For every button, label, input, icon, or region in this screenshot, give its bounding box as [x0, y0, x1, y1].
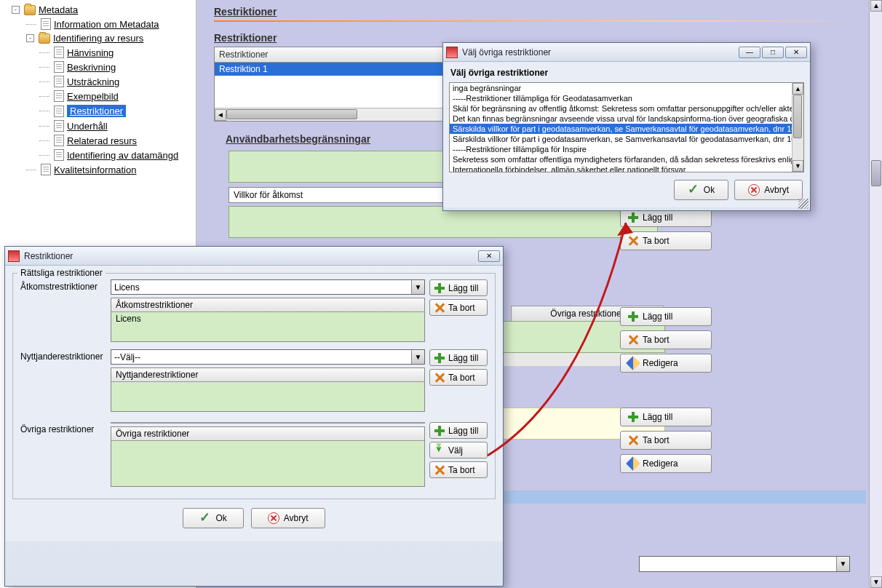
other-restrictions-textarea[interactable]	[111, 422, 425, 424]
tree-node-label: Restriktioner	[67, 105, 126, 117]
tree-info-label: Information om Metadata	[54, 19, 159, 30]
listbox-vscroll[interactable]: ▲ ▼	[792, 83, 803, 172]
list-item[interactable]: Det kan finnas begränsningar avseende vi…	[450, 114, 803, 124]
folder-icon	[24, 5, 36, 15]
section-title-1: Restriktioner	[214, 6, 882, 17]
dialog-title: Välj övriga restriktioner	[462, 47, 551, 57]
combo-input[interactable]	[111, 350, 411, 364]
dialog-titlebar[interactable]: Välj övriga restriktioner — □ ✕	[443, 43, 810, 62]
tree-node-label: Exempelbild	[67, 91, 119, 102]
add-button[interactable]: Lägg till	[620, 307, 712, 326]
ok-button[interactable]: ✓Ok	[183, 508, 243, 528]
list-item[interactable]: -----Restriktioner tillämpliga för Geoda…	[450, 93, 803, 103]
tree-kvalitet[interactable]: Kvalitetsinformation	[1, 162, 194, 177]
tree-node-beskrivning[interactable]: Beskrivning	[1, 60, 194, 74]
hscroll-thumb[interactable]	[226, 109, 357, 119]
add-button[interactable]: Lägg till	[429, 279, 488, 296]
plus-icon	[434, 283, 445, 293]
edit-button[interactable]: Redigera	[620, 354, 712, 373]
use-restrictions-combo[interactable]: ▼	[111, 349, 425, 365]
remove-button[interactable]: Ta bort	[429, 299, 488, 316]
dialog-titlebar[interactable]: Restriktioner ✕	[5, 247, 503, 266]
tree-node-utsträckning[interactable]: Utsträckning	[1, 74, 194, 89]
btn-label: Avbryt	[764, 185, 789, 195]
list-body[interactable]	[111, 441, 424, 486]
access-restrictions-combo[interactable]: ▼	[111, 279, 425, 295]
main-vscroll[interactable]: ▲ ▼	[869, 0, 882, 588]
resize-grip[interactable]	[798, 199, 808, 209]
list-item[interactable]: Särskilda villkor för part i geodatasamv…	[450, 124, 803, 134]
options-listbox[interactable]: inga begränsningar-----Restriktioner til…	[449, 82, 804, 172]
list-item[interactable]: Skäl för begränsning av offentlig åtkoms…	[450, 103, 803, 114]
remove-button[interactable]: Ta bort	[620, 330, 712, 349]
collapse-icon[interactable]: -	[12, 6, 20, 14]
list-item[interactable]: Internationella förbindelser, allmän säk…	[450, 164, 803, 172]
plus-icon	[434, 426, 445, 436]
list-header: Nyttjanderestriktioner	[111, 368, 424, 382]
tree-root[interactable]: - Metadata	[1, 3, 194, 17]
btn-label: Ta bort	[448, 465, 475, 475]
plus-icon	[434, 353, 445, 363]
remove-button[interactable]: Ta bort	[620, 231, 712, 250]
cancel-button[interactable]: Avbryt	[734, 180, 803, 200]
scroll-up-icon[interactable]: ▲	[792, 83, 803, 95]
chevron-down-icon[interactable]: ▼	[836, 557, 849, 571]
btn-label: Lägg till	[643, 212, 672, 223]
tree-node-restriktioner[interactable]: Restriktioner	[1, 103, 194, 119]
tree-node-underhåll[interactable]: Underhåll	[1, 119, 194, 133]
tree-node-hänvisning[interactable]: Hänvisning	[1, 45, 194, 60]
edit-button[interactable]: Redigera	[620, 454, 712, 473]
cancel-button[interactable]: Avbryt	[251, 508, 325, 528]
minimize-icon[interactable]: —	[739, 47, 760, 58]
x-icon	[628, 435, 638, 445]
access-restrictions-list[interactable]: Åtkomstrestriktioner Licens	[111, 298, 425, 342]
list-item[interactable]: Sekretess som omfattar offentliga myndig…	[450, 154, 803, 164]
scroll-left-icon[interactable]: ◄	[215, 109, 226, 121]
add-button[interactable]: Lägg till	[620, 408, 712, 426]
list-header: Övriga restriktioner	[111, 427, 424, 441]
document-icon	[54, 135, 64, 146]
restrictions-dialog: Restriktioner ✕ Rättsliga restriktioner …	[4, 246, 504, 587]
scroll-up-icon[interactable]: ▲	[870, 0, 882, 12]
add-button[interactable]: Lägg till	[429, 349, 488, 366]
list-item[interactable]: -----Restriktioner tillämpliga för Inspi…	[450, 144, 803, 154]
btn-label: Ta bort	[448, 303, 475, 313]
ok-button[interactable]: ✓Ok	[674, 180, 728, 200]
scroll-down-icon[interactable]: ▼	[792, 160, 803, 172]
pick-button[interactable]: Välj	[429, 442, 488, 458]
list-body[interactable]	[111, 382, 424, 411]
btn-label: Lägg till	[448, 426, 478, 436]
add-button[interactable]: Lägg till	[429, 422, 488, 439]
list-item[interactable]: inga begränsningar	[450, 83, 803, 93]
other-restrictions-list[interactable]: Övriga restriktioner	[111, 426, 425, 487]
tree-node-exempelbild[interactable]: Exempelbild	[1, 89, 194, 103]
tree-ident[interactable]: - Identifiering av resurs	[1, 31, 194, 45]
scroll-down-icon[interactable]: ▼	[870, 576, 882, 588]
tree-kvalitet-label: Kvalitetsinformation	[54, 164, 136, 175]
scroll-thumb[interactable]	[871, 160, 881, 186]
chevron-down-icon[interactable]: ▼	[411, 350, 424, 364]
tree-ident-label: Identifiering av resurs	[53, 33, 143, 44]
combo-input[interactable]	[111, 280, 411, 294]
tree-info[interactable]: Information om Metadata	[1, 17, 194, 31]
tree-node-relaterad-resurs[interactable]: Relaterad resurs	[1, 133, 194, 148]
use-restrictions-list[interactable]: Nyttjanderestriktioner	[111, 368, 425, 412]
btn-label: Lägg till	[448, 353, 478, 363]
close-icon[interactable]: ✕	[785, 47, 807, 58]
scroll-thumb[interactable]	[793, 95, 802, 138]
pick-icon	[434, 445, 445, 456]
collapse-icon[interactable]: -	[26, 34, 34, 42]
list-item[interactable]: Licens	[111, 312, 424, 341]
btn-label: Ta bort	[643, 435, 670, 445]
remove-button[interactable]: Ta bort	[620, 431, 712, 450]
chevron-down-icon[interactable]: ▼	[411, 280, 424, 294]
bottom-combo[interactable]: ▼	[639, 556, 850, 572]
maximize-icon[interactable]: □	[762, 47, 784, 58]
tree-node-identifiering-av-datamängd[interactable]: Identifiering av datamängd	[1, 148, 194, 162]
remove-button[interactable]: Ta bort	[429, 369, 488, 386]
close-icon[interactable]: ✕	[478, 250, 500, 262]
remove-button[interactable]: Ta bort	[429, 461, 488, 478]
cancel-icon	[268, 512, 279, 524]
check-icon: ✓	[199, 512, 211, 524]
list-item[interactable]: Särskilda villkor för part i geodatasamv…	[450, 134, 803, 144]
